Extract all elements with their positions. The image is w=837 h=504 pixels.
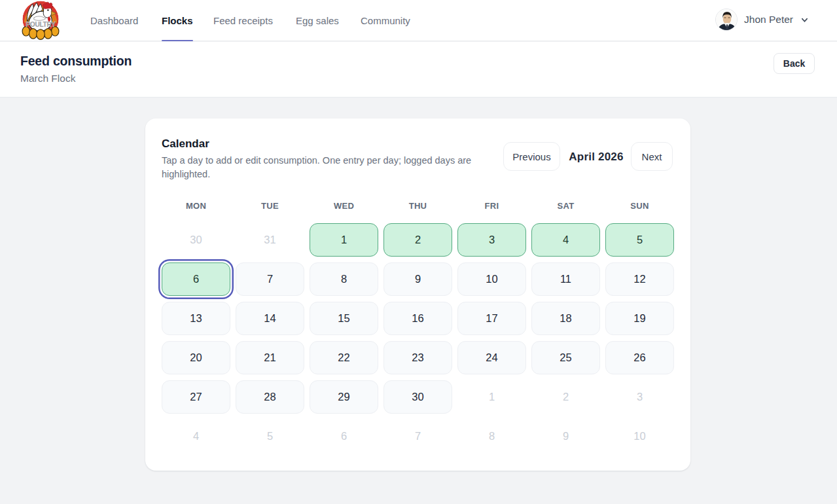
svg-text:POULTRY: POULTRY (26, 21, 56, 28)
